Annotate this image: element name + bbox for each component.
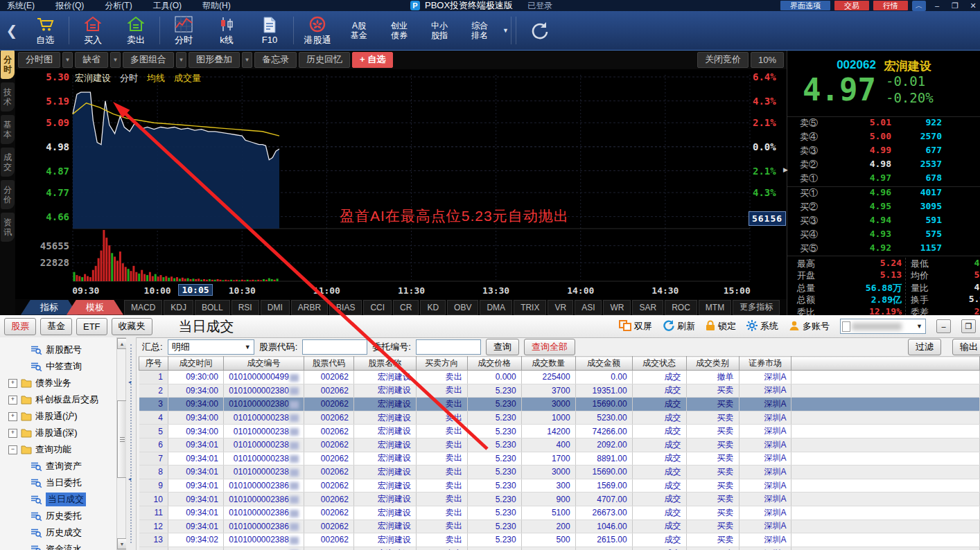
table-row[interactable]: 909:34:010101000002386002062宏润建设卖出5.2303… xyxy=(139,479,980,493)
chart-option-关闭竞价[interactable]: 关闭竞价 xyxy=(697,52,749,68)
table-row[interactable]: 1409:34:020101000002389002062宏润建设卖出5.230… xyxy=(139,547,980,550)
output-button[interactable]: 输出 xyxy=(952,339,980,355)
menu-item[interactable]: 工具(O) xyxy=(153,0,182,12)
indicator-DMI[interactable]: DMI xyxy=(261,300,290,315)
table-row[interactable]: 1309:34:020101000002388002062宏润建设卖出5.230… xyxy=(139,533,980,547)
tree-item-科创板盘后交易[interactable]: +科创板盘后交易 xyxy=(0,391,116,408)
account-select[interactable]: ▼ xyxy=(840,319,926,334)
toolbar-刷新[interactable]: 刷新 xyxy=(663,319,695,333)
chart-tab-缺省[interactable]: 缺省 xyxy=(75,52,108,68)
col-header-成交价格[interactable]: 成交价格 xyxy=(467,357,521,371)
indicator-KDJ[interactable]: KDJ xyxy=(164,300,193,315)
table-row[interactable]: 1009:34:010101000002386002062宏润建设卖出5.230… xyxy=(139,493,980,506)
expand-box-icon[interactable]: + xyxy=(8,412,17,421)
toolbar-item-自选[interactable]: 自选 xyxy=(24,15,67,46)
splitter-right-icon[interactable]: ◂ xyxy=(128,476,131,482)
col-header-序号[interactable]: 序号 xyxy=(139,357,168,371)
table-row[interactable]: 609:34:01010100000238002062宏润建设卖出5.23040… xyxy=(139,438,980,452)
indicator-CCI[interactable]: CCI xyxy=(363,300,392,315)
expand-box-icon[interactable]: + xyxy=(8,429,17,438)
table-row[interactable]: 509:34:00010100000238002062宏润建设卖出5.23014… xyxy=(139,425,980,438)
side-tab-分价[interactable]: 分价 xyxy=(1,180,15,209)
table-row[interactable]: 809:34:01010100000238002062宏润建设卖出5.23030… xyxy=(139,465,980,479)
chevron-down-icon[interactable]: ▼ xyxy=(176,52,186,68)
table-row[interactable]: 209:34:000101000002380002062宏润建设卖出5.2303… xyxy=(139,384,980,398)
col-header-股票名称[interactable]: 股票名称 xyxy=(353,357,416,371)
indicator-tab-模板[interactable]: 模板 xyxy=(67,300,123,315)
collapse-icon[interactable]: ︿ xyxy=(912,1,926,11)
panel-splitter-icon[interactable]: ▶ xyxy=(783,166,788,173)
toolbar-item-k线[interactable]: k线 xyxy=(205,15,248,46)
summary-select[interactable]: 明细▼ xyxy=(168,339,254,355)
indicator-ARBR[interactable]: ARBR xyxy=(291,300,328,315)
toolbar-item-F10[interactable]: F10 xyxy=(248,16,291,45)
panel-tab-股票[interactable]: 股票 xyxy=(4,318,36,335)
tree-item-当日成交[interactable]: 当日成交 xyxy=(0,491,116,508)
col-header-买卖方向[interactable]: 买卖方向 xyxy=(416,357,467,371)
chevron-down-icon[interactable]: ▼ xyxy=(242,52,252,68)
panel-minimize-icon[interactable]: – xyxy=(936,319,951,333)
indicator-VR[interactable]: VR xyxy=(548,300,573,315)
chevron-down-icon[interactable]: ▼ xyxy=(110,52,121,68)
chart-tab-历史回忆[interactable]: 历史回忆 xyxy=(299,52,350,68)
ui-options-button[interactable]: 界面选项 xyxy=(780,1,830,10)
chart-tab-图形叠加[interactable]: 图形叠加 xyxy=(189,52,240,68)
add-to-watchlist-button[interactable]: + 自选 xyxy=(352,52,393,68)
scroll-up-icon[interactable]: ▲ xyxy=(117,338,127,349)
indicator-ROC[interactable]: ROC xyxy=(665,300,697,315)
chart-tab-备忘录[interactable]: 备忘录 xyxy=(254,52,297,68)
panel-tab-ETF[interactable]: ETF xyxy=(76,318,107,335)
indicator-CR[interactable]: CR xyxy=(393,300,419,315)
collapse-box-icon[interactable]: − xyxy=(8,445,17,454)
table-row[interactable]: 309:34:000101000002380002062宏润建设卖出5.2303… xyxy=(139,398,980,411)
toolbar-双屏[interactable]: 双屏 xyxy=(619,320,652,333)
col-header-成交金额[interactable]: 成交金额 xyxy=(575,357,632,371)
tree-scrollbar[interactable]: ▲ ▼ xyxy=(116,337,126,550)
scrollbar-thumb[interactable] xyxy=(117,400,127,478)
tree-item-历史委托[interactable]: 历史委托 xyxy=(0,508,116,524)
side-tab-资讯[interactable]: 资讯 xyxy=(1,213,15,242)
toolbar-item-综合排名[interactable]: 综合排名 xyxy=(460,21,500,41)
col-header-成交时间[interactable]: 成交时间 xyxy=(168,357,223,371)
minimize-icon[interactable]: – xyxy=(930,1,944,10)
close-icon[interactable]: ✕ xyxy=(966,1,980,10)
tree-item-债券业务[interactable]: +债券业务 xyxy=(0,375,116,391)
indicator-更多指标[interactable]: 更多指标 xyxy=(733,300,780,315)
minute-chart[interactable]: 宏润建设分时均线成交量 盈首AI在最高点位5.23元自动抛出 56156 10:… xyxy=(15,69,787,299)
side-tab-成交[interactable]: 成交 xyxy=(1,148,15,177)
toolbar-item-创业债券[interactable]: 创业债券 xyxy=(379,21,419,41)
panel-tab-基金[interactable]: 基金 xyxy=(40,318,72,335)
side-tab-技术[interactable]: 技术 xyxy=(1,82,15,112)
table-row[interactable]: 709:34:01010100000238002062宏润建设卖出5.23017… xyxy=(139,452,980,465)
indicator-TRIX[interactable]: TRIX xyxy=(514,300,546,315)
menu-item[interactable]: 帮助(H) xyxy=(202,0,231,12)
tree-item-资金流水[interactable]: 资金流水 xyxy=(0,541,116,550)
col-header-成交编号[interactable]: 成交编号 xyxy=(223,357,304,371)
indicator-KD[interactable]: KD xyxy=(420,300,446,315)
tree-item-港股通(深)[interactable]: +港股通(深) xyxy=(0,425,116,441)
expand-box-icon[interactable]: + xyxy=(8,379,17,388)
indicator-OBV[interactable]: OBV xyxy=(447,300,478,315)
col-header-成交数量[interactable]: 成交数量 xyxy=(521,357,575,371)
table-row[interactable]: 109:30:000101000000499002062宏润建设卖出0.0002… xyxy=(139,371,980,384)
indicator-DMA[interactable]: DMA xyxy=(480,300,512,315)
toolbar-item-港股通[interactable]: 港股通 xyxy=(296,15,339,46)
indicator-BOLL[interactable]: BOLL xyxy=(195,300,230,315)
tree-item-历史成交[interactable]: 历史成交 xyxy=(0,524,116,541)
restore-icon[interactable]: ❐ xyxy=(948,1,962,10)
splitter-left-icon[interactable]: ◂ xyxy=(128,379,131,385)
tree-item-中签查询[interactable]: 中签查询 xyxy=(0,358,116,375)
quotes-button[interactable]: 行情 xyxy=(873,1,908,10)
menu-item[interactable]: 分析(T) xyxy=(105,0,132,12)
toolbar-锁定[interactable]: 锁定 xyxy=(706,320,736,333)
chart-tab-分时图[interactable]: 分时图 xyxy=(18,52,60,68)
toolbar-item-dropdown[interactable]: 综合排名▼ xyxy=(460,21,509,41)
table-row[interactable]: 409:34:00010100000238002062宏润建设卖出5.23010… xyxy=(139,411,980,425)
indicator-ASI[interactable]: ASI xyxy=(575,300,602,315)
toolbar-item-中小股指[interactable]: 中小股指 xyxy=(419,21,460,41)
menu-item[interactable]: 报价(Q) xyxy=(55,0,84,12)
query-button[interactable]: 查询 xyxy=(486,339,519,355)
code-input[interactable] xyxy=(302,339,367,355)
tree-item-查询资产[interactable]: 查询资产 xyxy=(0,458,116,474)
scroll-down-icon[interactable]: ▼ xyxy=(117,538,127,549)
